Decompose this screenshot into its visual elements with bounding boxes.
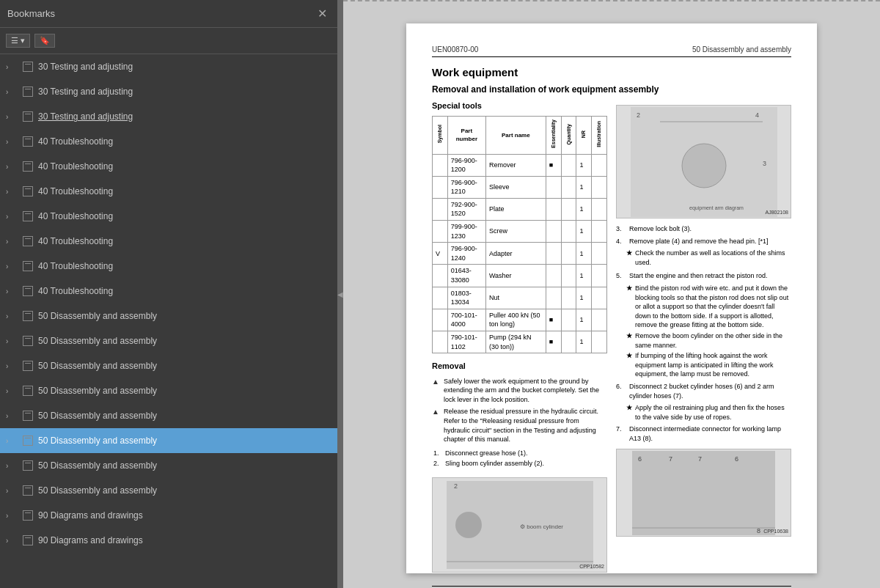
bookmark-label: 40 Troubleshooting xyxy=(38,186,113,196)
step-1: 1.Disconnect grease hose (1). xyxy=(433,449,607,458)
table-row: V796-900-1240Adapter1 xyxy=(433,243,607,265)
svg-text:equipment arm diagram: equipment arm diagram xyxy=(689,205,744,211)
bookmark-item[interactable]: ›90 Diagrams and drawings xyxy=(0,503,337,528)
close-button[interactable]: ✕ xyxy=(315,7,330,21)
bookmark-item[interactable]: ›50 Disassembly and assembly xyxy=(0,304,337,328)
bookmark-label: 30 Testing and adjusting xyxy=(38,62,133,72)
bookmark-label: 90 Diagrams and drawings xyxy=(38,535,143,545)
bookmark-item[interactable]: ›30 Testing and adjusting xyxy=(0,79,337,104)
col-nr2: NR xyxy=(576,117,592,154)
bookmark-icon: 🔖 xyxy=(40,36,50,45)
bookmark-item[interactable]: ›50 Disassembly and assembly xyxy=(0,403,337,428)
bookmark-item[interactable]: ›40 Troubleshooting xyxy=(0,129,337,154)
image-top-right: 2 4 3 equipment arm diagram AJ802108 xyxy=(616,105,791,218)
bookmark-item[interactable]: ›50 Disassembly and assembly xyxy=(0,328,337,353)
svg-rect-12 xyxy=(632,451,775,535)
table-row: 01803-13034Nut1 xyxy=(433,287,607,309)
bookmark-label: 50 Disassembly and assembly xyxy=(38,336,157,346)
bookmark-label: 50 Disassembly and assembly xyxy=(38,411,157,421)
svg-text:3: 3 xyxy=(763,160,766,167)
svg-text:2: 2 xyxy=(637,111,640,119)
bookmark-flag-icon xyxy=(21,386,35,396)
bookmark-item[interactable]: ›50 Disassembly and assembly xyxy=(0,453,337,478)
bookmark-label: 40 Troubleshooting xyxy=(38,211,113,221)
special-tools-label: Special tools xyxy=(432,100,607,111)
resize-icon: ◀ xyxy=(337,290,343,298)
bookmarks-panel: Bookmarks ✕ ☰ ▾ 🔖 ›30 Testing and adjust… xyxy=(0,0,337,588)
warning-text-1: Safely lower the work equipment to the g… xyxy=(444,377,607,405)
bookmark-flag-icon xyxy=(21,510,35,521)
doc-section-header: 50 Disassembly and assembly xyxy=(692,45,791,54)
bookmark-item[interactable]: ›50 Disassembly and assembly xyxy=(0,478,337,503)
chevron-icon: › xyxy=(6,113,18,121)
bookmark-flag-icon xyxy=(21,485,35,496)
warning-text-2: Release the residual pressure in the hyd… xyxy=(444,407,607,444)
step-5-note-2: ★ Remove the boom cylinder on the other … xyxy=(626,331,791,350)
bookmark-item[interactable]: ›40 Troubleshooting xyxy=(0,229,337,254)
table-row: 796-900-1210Sleeve1 xyxy=(433,176,607,198)
bookmark-item[interactable]: ›30 Testing and adjusting xyxy=(0,54,337,79)
chevron-icon: › xyxy=(6,387,18,395)
panel-header: Bookmarks ✕ xyxy=(0,0,337,28)
bookmark-flag-icon xyxy=(21,136,35,147)
bookmark-label: 50 Disassembly and assembly xyxy=(38,361,157,371)
bookmark-flag-icon xyxy=(21,161,35,172)
warning-1: ▲ Safely lower the work equipment to the… xyxy=(432,377,607,405)
step-5-note-3: ★ If bumping of the lifting hook against… xyxy=(626,351,791,379)
table-row: 790-101-1102Pump (294 kN (30 ton))■1 xyxy=(433,331,607,353)
view-options-button[interactable]: ☰ ▾ xyxy=(6,34,30,48)
bookmark-flag-icon xyxy=(21,460,35,471)
col-essentiality: Essentiality xyxy=(546,117,561,154)
bookmark-item[interactable]: ›90 Diagrams and drawings xyxy=(0,528,337,553)
bookmark-flag-icon xyxy=(21,436,35,446)
warning-icon-1: ▲ xyxy=(432,377,441,387)
removal-steps: 1.Disconnect grease hose (1). 2.Sling bo… xyxy=(432,449,607,468)
col-nr: Quantity xyxy=(561,117,576,154)
view-icon: ☰ xyxy=(11,36,18,45)
bookmark-item[interactable]: ›40 Troubleshooting xyxy=(0,254,337,279)
bookmark-item[interactable]: ›50 Disassembly and assembly xyxy=(0,353,337,378)
bookmark-item[interactable]: ›30 Testing and adjusting xyxy=(0,104,337,129)
image-bottom-left: 2 ⚙ boom cylinder CPP10582 xyxy=(432,477,607,573)
bookmark-item[interactable]: ›40 Troubleshooting xyxy=(0,179,337,204)
doc-body: Special tools Symbol Part number Part na… xyxy=(432,100,791,577)
chevron-icon: › xyxy=(6,138,18,146)
chevron-icon: › xyxy=(6,287,18,295)
chevron-icon: › xyxy=(6,537,18,545)
resize-handle[interactable]: ◀ xyxy=(337,0,343,588)
step-5-note-1: ★ Bind the piston rod with wire etc. and… xyxy=(626,284,791,330)
chevron-icon: › xyxy=(6,462,18,470)
svg-point-10 xyxy=(682,144,726,188)
dropdown-arrow-icon: ▾ xyxy=(21,36,25,45)
bookmark-item[interactable]: ›50 Disassembly and assembly xyxy=(0,428,337,453)
bookmark-label: 50 Disassembly and assembly xyxy=(38,485,157,496)
bookmark-icon-button[interactable]: 🔖 xyxy=(34,34,55,48)
bookmark-flag-icon xyxy=(21,361,35,371)
svg-text:⚙ boom cylinder: ⚙ boom cylinder xyxy=(520,523,563,530)
panel-toolbar: ☰ ▾ 🔖 xyxy=(0,28,337,54)
table-row: 700-101-4000Puller 400 kN (50 ton long)■… xyxy=(433,309,607,331)
bottom-right-image-svg: 6 7 7 6 8 xyxy=(632,451,775,535)
bookmark-item[interactable]: ›50 Disassembly and assembly xyxy=(0,378,337,403)
table-row: 799-900-1230Screw1 xyxy=(433,221,607,243)
col-partname: Part name xyxy=(485,117,546,154)
bookmark-label: 40 Troubleshooting xyxy=(38,286,113,296)
step-5: 5. Start the engine and then retract the… xyxy=(616,271,791,281)
bookmark-flag-icon xyxy=(21,411,35,421)
bookmark-label: 90 Diagrams and drawings xyxy=(38,510,143,521)
bookmark-item[interactable]: ›40 Troubleshooting xyxy=(0,279,337,304)
step-3: 3. Remove lock bolt (3). xyxy=(616,224,791,234)
bookmark-item[interactable]: ›40 Troubleshooting xyxy=(0,204,337,229)
table-row: 792-900-1520Plate1 xyxy=(433,198,607,220)
bookmark-flag-icon xyxy=(21,261,35,271)
bookmark-flag-icon xyxy=(21,336,35,346)
top-right-image-svg: 2 4 3 equipment arm diagram xyxy=(631,107,777,217)
bookmark-item[interactable]: ›40 Troubleshooting xyxy=(0,154,337,179)
svg-text:4: 4 xyxy=(755,111,759,119)
chevron-icon: › xyxy=(6,262,18,271)
bookmark-label: 50 Disassembly and assembly xyxy=(38,436,157,446)
bottom-left-image-svg: 2 ⚙ boom cylinder xyxy=(447,481,593,569)
image-bottom-right-caption: CPP10638 xyxy=(763,528,788,535)
bookmark-label: 40 Troubleshooting xyxy=(38,161,113,172)
document-panel: UEN00870-00 50 Disassembly and assembly … xyxy=(343,0,880,588)
